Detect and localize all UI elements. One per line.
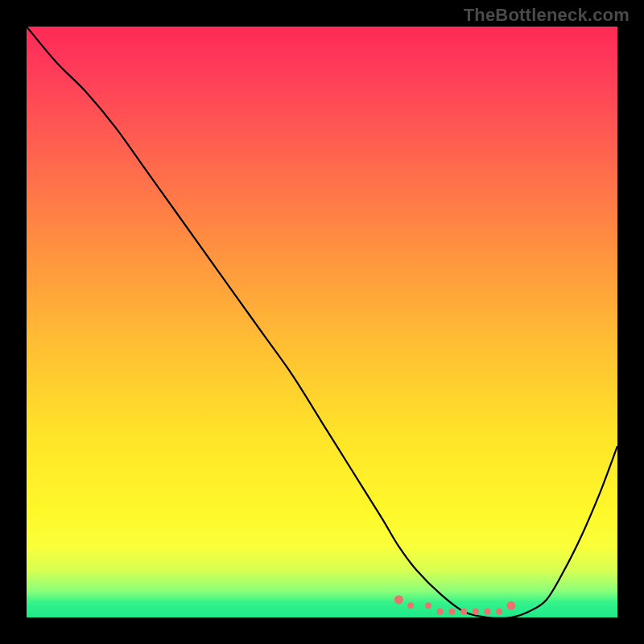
chart-container: TheBottleneck.com	[0, 0, 644, 644]
optimal-dot	[460, 609, 467, 615]
watermark-text: TheBottleneck.com	[464, 5, 630, 26]
optimal-dot	[437, 609, 444, 615]
optimal-dot	[394, 596, 403, 605]
optimal-dot	[425, 602, 431, 609]
optimal-dot	[485, 609, 491, 615]
optimal-dot	[407, 602, 414, 609]
optimal-dot	[496, 609, 502, 615]
chart-svg	[27, 27, 617, 617]
optimal-dot	[506, 601, 515, 610]
bottleneck-curve-line	[27, 27, 617, 617]
optimal-dot	[473, 609, 479, 615]
optimal-dot	[449, 609, 456, 615]
plot-area	[27, 27, 617, 617]
